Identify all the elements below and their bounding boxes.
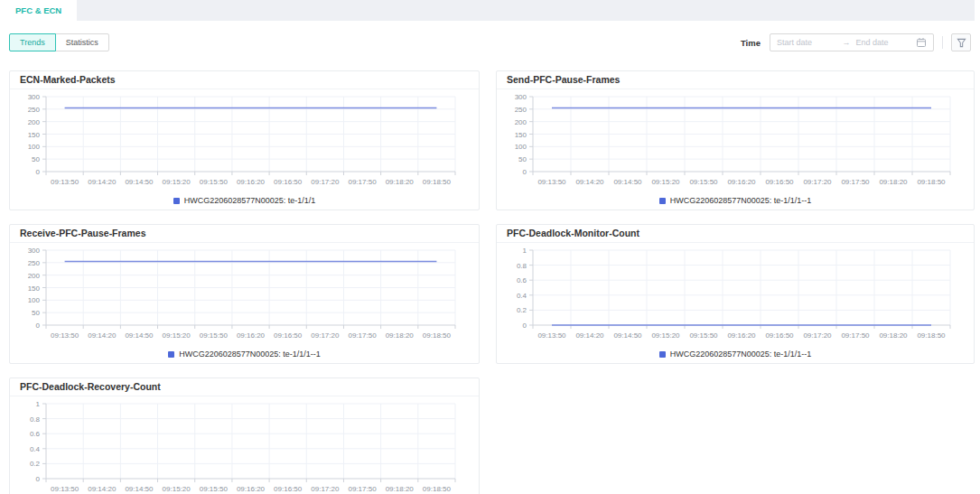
toolbar-divider [942,36,943,49]
legend-marker-icon [659,351,666,358]
svg-text:0: 0 [36,322,41,330]
svg-text:0.4: 0.4 [517,292,527,300]
chart-title: Receive-PFC-Pause-Frames [10,225,479,243]
date-range-picker[interactable]: Start date → End date [770,33,934,51]
svg-text:0: 0 [523,168,527,176]
svg-text:1: 1 [523,247,527,255]
legend-label: HWCG2206028577N00025: te-1/1/1--1 [670,196,812,205]
legend-marker-icon [168,351,174,358]
legend-label: HWCG2206028577N00025: te-1/1/1 [184,196,316,205]
svg-text:200: 200 [28,272,41,280]
svg-text:09:18:20: 09:18:20 [386,331,415,340]
svg-text:09:13:50: 09:13:50 [51,485,79,493]
svg-text:250: 250 [515,106,527,114]
svg-text:09:15:20: 09:15:20 [163,331,191,340]
svg-text:09:16:50: 09:16:50 [274,178,303,186]
chart-legend[interactable]: HWCG2206028577N00025: te-1/1/1 [10,191,479,210]
svg-text:300: 300 [28,93,41,101]
toolbar: Trends Statistics Time Start date → End … [9,33,971,51]
svg-text:09:18:20: 09:18:20 [879,178,908,186]
svg-text:09:16:50: 09:16:50 [765,331,794,340]
svg-text:09:14:50: 09:14:50 [125,178,154,186]
svg-text:09:16:20: 09:16:20 [727,331,756,340]
chart-legend[interactable]: HWCG2206028577N00025: te-1/1/1--1 [497,191,974,210]
trends-tab-button[interactable]: Trends [9,33,56,51]
svg-text:200: 200 [28,118,41,126]
legend-label: HWCG2206028577N00025: te-1/1/1--1 [179,350,321,359]
svg-text:09:14:20: 09:14:20 [575,178,604,186]
chart-plot[interactable]: 00.20.40.60.8109:13:5009:14:2009:14:5009… [497,243,974,345]
range-arrow-icon: → [843,38,851,47]
svg-text:09:14:50: 09:14:50 [125,485,154,493]
chart-plot[interactable]: 00.20.40.60.8109:13:5009:14:2009:14:5009… [10,396,479,494]
legend-marker-icon [173,198,180,204]
svg-text:150: 150 [28,131,41,139]
svg-text:09:16:20: 09:16:20 [237,485,266,493]
start-date-input[interactable]: Start date [777,38,837,47]
svg-text:09:16:20: 09:16:20 [237,178,266,186]
chart-plot[interactable]: 05010015020025030009:13:5009:14:2009:14:… [497,89,974,191]
svg-text:09:15:50: 09:15:50 [200,331,229,340]
svg-text:09:16:20: 09:16:20 [237,331,266,340]
svg-text:200: 200 [515,118,527,126]
svg-text:09:17:20: 09:17:20 [803,331,832,340]
svg-text:0.8: 0.8 [30,415,41,424]
svg-text:09:16:50: 09:16:50 [274,485,303,493]
svg-text:150: 150 [28,284,41,293]
svg-text:0.8: 0.8 [517,262,527,270]
svg-text:09:18:20: 09:18:20 [879,331,908,340]
chart-plot[interactable]: 05010015020025030009:13:5009:14:2009:14:… [10,243,479,345]
tab-pfc-ecn[interactable]: PFC & ECN [0,0,77,21]
chart-legend[interactable]: HWCG2206028577N00025: te-1/1/1--1 [497,345,974,363]
svg-text:09:15:20: 09:15:20 [163,178,191,186]
end-date-input[interactable]: End date [856,38,917,47]
svg-text:250: 250 [28,106,41,114]
svg-text:09:15:20: 09:15:20 [163,485,191,493]
svg-text:50: 50 [32,155,40,163]
svg-text:150: 150 [515,131,527,139]
chart-title: Send-PFC-Pause-Frames [497,71,974,89]
svg-text:09:14:50: 09:14:50 [613,331,642,340]
svg-text:100: 100 [28,296,41,304]
tab-bar-filler [77,0,975,21]
tab-bar: PFC & ECN [0,0,975,21]
filter-button[interactable] [951,33,971,51]
svg-text:09:17:20: 09:17:20 [311,178,340,186]
chart-title: ECN-Marked-Packets [10,71,479,89]
chart-title: PFC-Deadlock-Monitor-Count [497,225,974,243]
svg-text:09:17:50: 09:17:50 [841,178,870,186]
svg-text:50: 50 [32,309,40,317]
svg-text:09:13:50: 09:13:50 [51,331,79,340]
calendar-icon[interactable] [916,37,927,48]
svg-text:0.2: 0.2 [30,460,41,468]
svg-text:09:15:20: 09:15:20 [651,178,680,186]
statistics-tab-button[interactable]: Statistics [55,33,109,51]
chart-legend[interactable]: HWCG2206028577N00025: te-1/1/1--1 [10,345,479,363]
svg-text:09:14:20: 09:14:20 [88,485,117,493]
funnel-icon [957,38,966,48]
svg-text:09:17:20: 09:17:20 [311,485,340,493]
svg-text:300: 300 [515,93,527,101]
svg-text:09:13:50: 09:13:50 [537,178,566,186]
svg-text:09:17:50: 09:17:50 [348,331,377,340]
svg-text:09:18:50: 09:18:50 [423,178,452,186]
svg-text:09:18:50: 09:18:50 [917,331,946,340]
svg-text:09:16:20: 09:16:20 [727,178,756,186]
chart-title: PFC-Deadlock-Recovery-Count [10,378,479,396]
time-filter-group: Time Start date → End date [741,33,971,51]
chart-grid: ECN-Marked-Packets 05010015020025030009:… [9,70,980,494]
legend-marker-icon [659,198,666,204]
svg-text:09:14:50: 09:14:50 [125,331,154,340]
svg-text:0: 0 [36,168,41,176]
svg-text:300: 300 [28,247,41,255]
chart-card-ecn-marked-packets: ECN-Marked-Packets 05010015020025030009:… [9,70,480,210]
svg-text:09:13:50: 09:13:50 [51,178,79,186]
svg-text:0.4: 0.4 [30,445,41,453]
svg-text:09:14:20: 09:14:20 [88,178,117,186]
svg-text:09:17:20: 09:17:20 [803,178,832,186]
svg-text:09:18:50: 09:18:50 [423,485,452,493]
svg-text:09:14:50: 09:14:50 [613,178,642,186]
svg-text:09:17:50: 09:17:50 [841,331,870,340]
chart-plot[interactable]: 05010015020025030009:13:5009:14:2009:14:… [10,89,479,191]
svg-text:09:13:50: 09:13:50 [537,331,566,340]
